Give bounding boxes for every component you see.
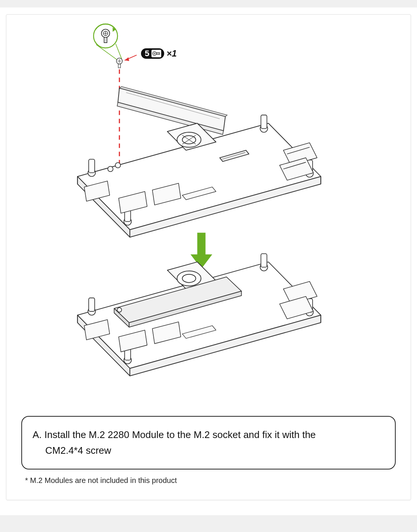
instruction-line2: CM2.4*4 screw — [33, 443, 381, 459]
m2-2280-module — [117, 86, 227, 134]
svg-rect-52 — [197, 233, 205, 255]
carrier-board-after — [77, 254, 321, 376]
svg-point-28 — [108, 166, 113, 171]
instruction-box: A. Install the M.2 2280 Module to the M.… — [21, 416, 396, 469]
screw-icon — [151, 50, 161, 57]
assembly-diagram: 5 ×1 — [21, 19, 396, 405]
screw-detail-icon — [93, 24, 122, 60]
svg-point-27 — [115, 162, 120, 168]
instruction-line1: Install the M.2 2280 Module to the M.2 s… — [45, 429, 316, 440]
instruction-label: A. — [33, 429, 42, 440]
svg-rect-60 — [261, 254, 267, 267]
step-number: 5 — [145, 49, 149, 58]
callout-arrow — [125, 55, 137, 61]
diagram-svg — [21, 19, 396, 405]
svg-line-11 — [116, 44, 122, 59]
svg-rect-58 — [89, 298, 95, 311]
instruction-text: A. Install the M.2 2280 Module to the M.… — [33, 427, 381, 458]
screw-small-icon — [116, 58, 122, 68]
svg-line-10 — [96, 45, 117, 60]
screw-quantity: ×1 — [166, 48, 177, 59]
carrier-board-before — [77, 115, 321, 237]
svg-marker-17 — [125, 57, 129, 61]
footnote-text: * M.2 Modules are not included in this p… — [21, 476, 396, 485]
svg-rect-26 — [89, 159, 95, 173]
screw-callout: 5 ×1 — [141, 48, 177, 59]
content-frame: 5 ×1 — [6, 14, 411, 500]
svg-rect-15 — [118, 64, 120, 68]
svg-point-71 — [117, 308, 122, 312]
step-badge: 5 — [141, 48, 164, 59]
document-page: 5 ×1 — [0, 7, 417, 515]
svg-point-67 — [182, 274, 196, 283]
svg-rect-30 — [261, 115, 267, 128]
